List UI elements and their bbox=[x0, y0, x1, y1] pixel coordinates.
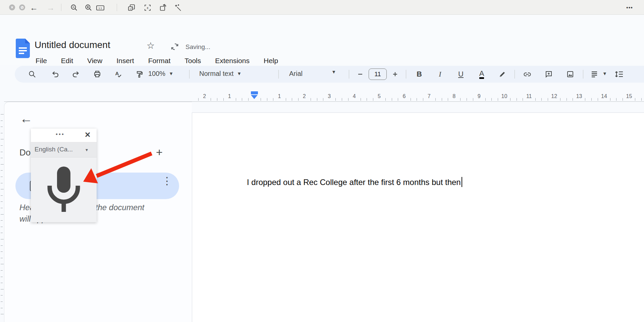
ruler-number: 12 bbox=[551, 93, 556, 99]
translate-icon[interactable]: Ax bbox=[126, 3, 137, 13]
google-docs-logo[interactable] bbox=[16, 39, 30, 58]
microphone-button[interactable] bbox=[31, 157, 97, 222]
chevron-down-icon: ▼ bbox=[169, 71, 173, 76]
ruler-number: 13 bbox=[576, 93, 582, 99]
italic-button[interactable]: I bbox=[433, 67, 447, 81]
back-arrow-icon[interactable]: ← bbox=[20, 112, 33, 125]
actual-size-label: 1:1 bbox=[98, 7, 102, 10]
svg-text:x: x bbox=[147, 6, 149, 10]
chevron-down-icon: ▼ bbox=[237, 71, 241, 76]
search-menus-icon[interactable] bbox=[25, 67, 39, 81]
window-minimize-button[interactable]: ⊘ bbox=[19, 4, 25, 10]
menu-format[interactable]: Format bbox=[146, 55, 173, 66]
zoom-in-icon[interactable] bbox=[84, 3, 94, 13]
indent-marker[interactable] bbox=[251, 91, 258, 99]
svg-text:A: A bbox=[115, 71, 119, 76]
voice-popup-header[interactable]: ••• ✕ bbox=[31, 129, 97, 142]
paint-format-icon[interactable] bbox=[133, 67, 146, 81]
ruler-number: 7 bbox=[426, 93, 432, 99]
menu-help[interactable]: Help bbox=[262, 55, 280, 66]
toolbar-divider bbox=[189, 70, 190, 79]
ruler-number: 15 bbox=[626, 93, 632, 99]
menu-file[interactable]: File bbox=[34, 55, 49, 66]
font-select[interactable]: Arial▼ bbox=[289, 70, 336, 78]
ruler-number: 9 bbox=[476, 93, 482, 99]
back-button[interactable]: ← bbox=[29, 3, 39, 13]
text-capture-icon[interactable]: x bbox=[143, 3, 153, 13]
decrease-font-size-icon[interactable] bbox=[354, 67, 367, 81]
redo-icon[interactable] bbox=[69, 67, 83, 81]
formatting-toolbar: A 100%▼ Normal text▼ Arial▼ 11 B I U A bbox=[15, 66, 644, 83]
document-title[interactable]: Untitled document bbox=[35, 40, 110, 50]
ruler-number: 2 bbox=[202, 93, 207, 99]
star-icon[interactable]: ☆ bbox=[147, 40, 155, 51]
ruler-number: 8 bbox=[451, 93, 457, 99]
bold-button[interactable]: B bbox=[413, 67, 426, 81]
chrome-divider bbox=[117, 4, 117, 11]
actual-size-icon[interactable]: 1:1 bbox=[95, 3, 105, 13]
language-value: English (Ca... bbox=[35, 146, 73, 153]
ruler-number: 6 bbox=[401, 93, 407, 99]
tab-options-icon[interactable]: ⋮ bbox=[162, 179, 172, 183]
toolbar-divider bbox=[406, 70, 406, 79]
increase-font-size-icon[interactable] bbox=[388, 67, 402, 81]
close-icon[interactable]: ✕ bbox=[85, 131, 91, 139]
ruler-number: 14 bbox=[601, 93, 606, 99]
vertical-ruler bbox=[0, 102, 4, 322]
chevron-down-icon: ▾ bbox=[86, 147, 88, 152]
text-cursor bbox=[462, 177, 462, 187]
align-icon[interactable] bbox=[588, 67, 601, 81]
rotate-icon[interactable] bbox=[158, 3, 168, 13]
chrome-divider bbox=[61, 4, 61, 11]
horizontal-ruler[interactable]: 21123456789101112131415 bbox=[0, 93, 644, 102]
chevron-down-icon: ▼ bbox=[331, 69, 336, 75]
font-size-input[interactable]: 11 bbox=[369, 68, 387, 80]
highlight-color-icon[interactable] bbox=[496, 67, 509, 81]
google-docs-window: × ⊘ ← → 1:1 Ax x ••• bbox=[0, 0, 644, 322]
sync-saving-icon bbox=[170, 42, 179, 51]
add-tab-button[interactable]: + bbox=[156, 146, 163, 159]
magic-wand-icon[interactable] bbox=[173, 3, 183, 13]
ruler-number: 1 bbox=[227, 93, 232, 99]
zoom-select[interactable]: 100%▼ bbox=[148, 70, 173, 78]
text-color-button[interactable]: A bbox=[475, 67, 488, 81]
menu-tools[interactable]: Tools bbox=[182, 55, 203, 66]
paragraph-style-select[interactable]: Normal text▼ bbox=[199, 70, 241, 78]
menu-insert[interactable]: Insert bbox=[114, 55, 136, 66]
svg-text:x: x bbox=[130, 7, 131, 10]
ruler-number: 2 bbox=[302, 93, 307, 99]
print-icon[interactable] bbox=[91, 67, 104, 81]
ruler-number: 5 bbox=[377, 93, 382, 99]
document-text-line[interactable]: I dropped out a Rec College after the fi… bbox=[247, 177, 462, 187]
toolbar-divider bbox=[583, 70, 583, 79]
chrome-more-menu[interactable]: ••• bbox=[625, 3, 635, 13]
window-close-button[interactable]: × bbox=[9, 4, 15, 10]
window-chrome-bar: × ⊘ ← → 1:1 Ax x ••• bbox=[0, 0, 644, 15]
document-page[interactable]: I dropped out a Rec College after the fi… bbox=[192, 112, 644, 322]
drag-handle-icon[interactable]: ••• bbox=[56, 131, 65, 138]
menu-view[interactable]: View bbox=[85, 55, 104, 66]
ruler-number: 3 bbox=[327, 93, 332, 99]
saving-status: Saving... bbox=[185, 43, 210, 51]
chevron-down-icon: ▼ bbox=[602, 71, 607, 76]
docs-header: Untitled document ☆ Saving... File Edit … bbox=[0, 15, 644, 65]
undo-icon[interactable] bbox=[48, 67, 62, 81]
ruler-number: 4 bbox=[352, 93, 357, 99]
menu-bar: File Edit View Insert Format Tools Exten… bbox=[34, 55, 280, 66]
align-chevron[interactable]: ▼ bbox=[602, 70, 607, 78]
zoom-out-icon[interactable] bbox=[69, 3, 79, 13]
ruler-number: 1 bbox=[277, 93, 282, 99]
language-selector[interactable]: English (Ca... ▾ bbox=[31, 142, 97, 157]
menu-edit[interactable]: Edit bbox=[59, 55, 75, 66]
menu-extensions[interactable]: Extensions bbox=[213, 55, 252, 66]
underline-button[interactable]: U bbox=[454, 67, 468, 81]
ruler-number: 10 bbox=[501, 93, 507, 99]
forward-button: → bbox=[46, 3, 56, 13]
add-comment-icon[interactable] bbox=[542, 67, 555, 81]
toolbar-divider bbox=[515, 70, 515, 79]
spelling-check-icon[interactable]: A bbox=[112, 67, 125, 81]
insert-image-icon[interactable] bbox=[564, 67, 577, 81]
ruler-number: 11 bbox=[526, 93, 532, 99]
line-spacing-icon[interactable] bbox=[612, 67, 626, 81]
insert-link-icon[interactable] bbox=[521, 67, 534, 81]
